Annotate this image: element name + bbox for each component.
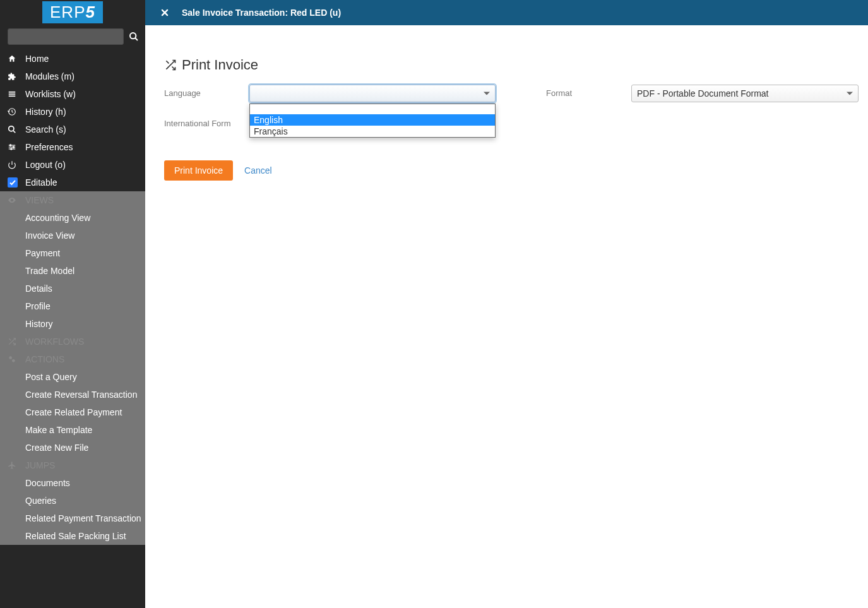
logo-text-b: 5 (86, 3, 95, 21)
section-label: ACTIONS (25, 352, 64, 366)
print-invoice-button[interactable]: Print Invoice (164, 160, 233, 181)
jump-documents[interactable]: Documents (0, 474, 145, 492)
language-option-english[interactable]: English (250, 114, 495, 126)
svg-line-6 (13, 131, 16, 133)
svg-point-17 (9, 356, 12, 359)
view-profile[interactable]: Profile (0, 297, 145, 315)
section-workflows[interactable]: WORKFLOWS (0, 333, 145, 350)
search-row (0, 26, 145, 50)
history-icon (8, 107, 25, 116)
format-select-value: PDF - Portable Document Format (637, 88, 769, 98)
sidebar: ERP5 Home Modules (m) Worklists (w) Hist… (0, 0, 145, 608)
jump-related-payment-trans[interactable]: Related Payment Transaction (0, 510, 145, 527)
logo-wrap: ERP5 (0, 0, 145, 26)
form-grid: Language English Français Format PDF - P… (164, 85, 849, 129)
nav-label: Accounting View (25, 211, 90, 225)
jump-related-sale-packing[interactable]: Related Sale Packing List (0, 527, 145, 545)
cancel-link[interactable]: Cancel (244, 165, 272, 176)
sidebar-dim-block: VIEWS Accounting View Invoice View Payme… (0, 191, 145, 545)
svg-point-10 (10, 145, 11, 146)
action-make-template[interactable]: Make a Template (0, 421, 145, 439)
nav-label: Home (25, 52, 49, 66)
label-language: Language (164, 85, 249, 98)
svg-point-18 (12, 359, 15, 362)
label-format: Format (546, 85, 631, 98)
nav-label: History (25, 317, 53, 331)
close-icon[interactable] (160, 8, 169, 17)
shuffle-title-icon (164, 59, 177, 71)
label-international: International Form (164, 115, 249, 128)
search-icon[interactable] (129, 32, 139, 42)
language-dropdown: English Français (249, 104, 496, 138)
nav-label: Preferences (25, 140, 73, 154)
logo-text-a: ERP (50, 3, 85, 21)
power-icon (8, 160, 25, 169)
nav-preferences[interactable]: Preferences (0, 138, 145, 156)
nav-worklists[interactable]: Worklists (w) (0, 85, 145, 103)
language-option-francais[interactable]: Français (250, 126, 495, 137)
view-details[interactable]: Details (0, 280, 145, 297)
format-select[interactable]: PDF - Portable Document Format (631, 85, 859, 102)
format-select-wrap: PDF - Portable Document Format (631, 85, 859, 102)
nav-label: Make a Template (25, 423, 92, 437)
svg-line-1 (135, 38, 138, 40)
nav-label: Queries (25, 494, 56, 508)
nav-label: Related Payment Transaction (25, 511, 141, 525)
search-menu-icon (8, 125, 25, 134)
search-input[interactable] (8, 28, 124, 45)
nav-label: Modules (m) (25, 69, 74, 83)
list-icon (8, 90, 25, 98)
nav-label: Create Related Payment (25, 405, 122, 419)
nav-label: Post a Query (25, 370, 77, 384)
chevron-down-icon (484, 92, 490, 95)
sliders-icon (8, 143, 25, 152)
nav-label: Create New File (25, 441, 88, 455)
editable-checkbox[interactable] (8, 177, 18, 188)
action-reversal[interactable]: Create Reversal Transaction (0, 386, 145, 403)
svg-line-16 (9, 338, 11, 340)
nav-history[interactable]: History (h) (0, 103, 145, 121)
jump-queries[interactable]: Queries (0, 492, 145, 510)
view-accounting[interactable]: Accounting View (0, 209, 145, 227)
svg-line-23 (166, 61, 169, 63)
page-title: Print Invoice (164, 57, 849, 73)
nav-label: Payment (25, 246, 60, 260)
section-label: WORKFLOWS (25, 335, 84, 349)
action-create-file[interactable]: Create New File (0, 439, 145, 456)
section-actions: ACTIONS (0, 350, 145, 368)
topbar-title: Sale Invoice Transaction: Red LED (u) (182, 8, 341, 18)
puzzle-icon (8, 72, 25, 81)
action-post-query[interactable]: Post a Query (0, 368, 145, 386)
language-select-wrap: English Français (249, 85, 496, 102)
nav-label: Related Sale Packing List (25, 529, 126, 543)
plane-icon (8, 461, 25, 470)
shuffle-icon (8, 337, 25, 346)
main-content: Print Invoice Language English Français … (145, 25, 868, 608)
nav-logout[interactable]: Logout (o) (0, 156, 145, 174)
nav-home[interactable]: Home (0, 50, 145, 68)
svg-point-0 (130, 33, 136, 39)
view-history[interactable]: History (0, 315, 145, 333)
nav-label: Invoice View (25, 229, 74, 242)
svg-point-12 (11, 148, 12, 150)
action-related-payment[interactable]: Create Related Payment (0, 403, 145, 421)
nav-label: Documents (25, 476, 70, 490)
view-invoice[interactable]: Invoice View (0, 227, 145, 244)
language-select[interactable] (249, 85, 496, 102)
view-trade-model[interactable]: Trade Model (0, 262, 145, 280)
nav-label: Search (s) (25, 122, 66, 136)
section-label: JUMPS (25, 458, 55, 472)
nav-label: History (h) (25, 105, 66, 119)
nav-modules[interactable]: Modules (m) (0, 68, 145, 85)
gears-icon (8, 355, 25, 364)
logo[interactable]: ERP5 (42, 1, 103, 23)
nav-search[interactable]: Search (s) (0, 121, 145, 138)
nav-label: Worklists (w) (25, 87, 76, 101)
language-option-blank[interactable] (250, 104, 495, 114)
section-views: VIEWS (0, 191, 145, 209)
nav-editable[interactable]: Editable (0, 174, 145, 191)
chevron-down-icon (847, 92, 853, 95)
view-payment[interactable]: Payment (0, 244, 145, 262)
topbar: Sale Invoice Transaction: Red LED (u) (145, 0, 868, 25)
nav-label: Profile (25, 299, 51, 313)
